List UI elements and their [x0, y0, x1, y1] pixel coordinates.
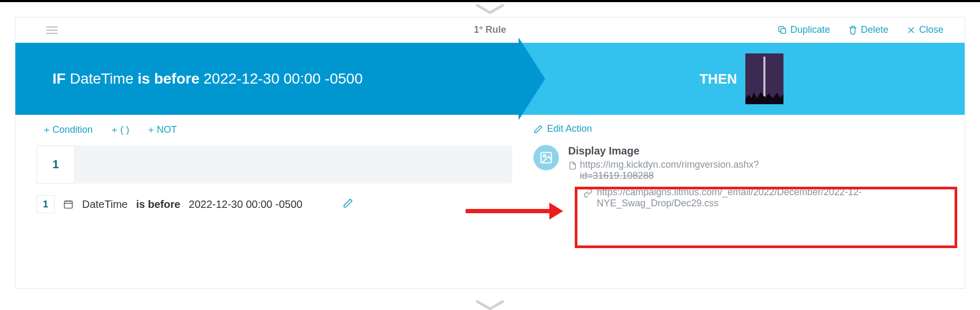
if-field: DateTime	[70, 70, 133, 87]
then-action-banner[interactable]: THEN	[519, 43, 965, 115]
condition-value: 2022-12-30 00:00 -0500	[189, 198, 302, 211]
svg-point-8	[543, 155, 545, 157]
svg-rect-0	[781, 29, 786, 33]
collapse-down-chevron[interactable]	[474, 299, 506, 310]
action-image-url: https://img.kickdyn.com/rimgversion.ashx…	[580, 159, 759, 170]
image-action-icon	[533, 145, 559, 170]
drag-handle-icon[interactable]	[46, 26, 58, 34]
action-link-row: https://campaigns.litmus.com/_email/2022…	[568, 187, 951, 209]
link-icon	[583, 188, 593, 198]
action-link-url: https://campaigns.litmus.com/_email/2022…	[597, 187, 894, 209]
duplicate-icon	[778, 25, 787, 35]
close-button[interactable]: Close	[906, 24, 943, 35]
condition-group-badge[interactable]: 1	[37, 145, 75, 184]
conditions-column: ＋Condition ＋( ) ＋NOT 1 1 DateTime is bef…	[37, 123, 512, 288]
close-icon	[906, 25, 916, 35]
if-operator: is before	[138, 70, 200, 87]
action-title: Display Image	[568, 145, 951, 157]
if-condition-banner[interactable]: IF DateTime is before 2022-12-30 00:00 -…	[15, 43, 519, 115]
add-not-button[interactable]: ＋NOT	[146, 123, 177, 136]
condition-operator: is before	[136, 198, 180, 211]
actions-column: Edit Action Display Image https://img.ki…	[533, 123, 951, 288]
pencil-icon	[533, 124, 543, 134]
panel-header: 1° Rule Duplicate Delete Close	[15, 17, 965, 43]
pencil-icon	[343, 198, 353, 208]
collapse-up-chevron[interactable]	[474, 3, 506, 17]
calendar-icon	[63, 199, 74, 209]
edit-condition-button[interactable]	[343, 198, 353, 211]
if-keyword: IF	[52, 70, 66, 87]
then-keyword: THEN	[699, 71, 737, 87]
svg-rect-3	[65, 201, 73, 208]
duplicate-button[interactable]: Duplicate	[778, 24, 830, 35]
action-image-url-row: https://img.kickdyn.com/rimgversion.ashx…	[568, 159, 951, 170]
rule-banner: IF DateTime is before 2022-12-30 00:00 -…	[15, 43, 965, 115]
add-condition-button[interactable]: ＋Condition	[42, 123, 93, 136]
condition-index-badge[interactable]: 1	[37, 195, 55, 213]
add-group-button[interactable]: ＋( )	[110, 123, 129, 136]
edit-action-button[interactable]: Edit Action	[533, 123, 951, 134]
if-value: 2022-12-30 00:00 -0500	[203, 70, 362, 87]
action-preview-image	[745, 53, 783, 104]
condition-field: DateTime	[82, 198, 128, 211]
rule-panel: 1° Rule Duplicate Delete Close IF DateTi…	[15, 17, 965, 289]
action-image-id: id=31619.108288	[580, 170, 951, 181]
page-icon	[568, 161, 577, 170]
delete-button[interactable]: Delete	[848, 24, 888, 35]
trash-icon	[848, 25, 858, 35]
condition-row: 1 DateTime is before 2022-12-30 00:00 -0…	[37, 195, 512, 213]
condition-drop-stage[interactable]: 1	[37, 145, 512, 184]
